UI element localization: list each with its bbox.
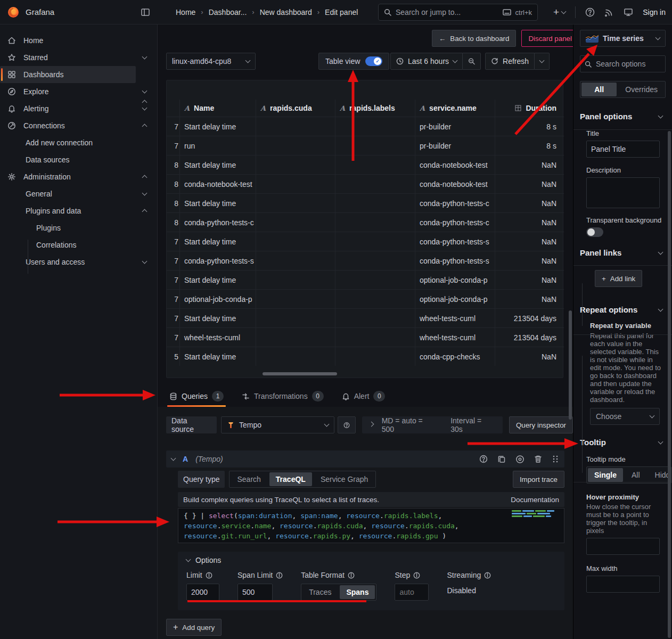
tab-transformations[interactable]: Transformations 0 (242, 391, 324, 407)
query-type-traceql[interactable]: TraceQL (269, 472, 312, 486)
traceql-code-editor[interactable]: { } | select(span:duration, span:name, r… (178, 508, 564, 543)
datasource-help-button[interactable] (338, 416, 356, 433)
table-row[interactable]: 7optional-job-conda-poptional-job-conda-… (167, 289, 564, 308)
refresh-interval-caret[interactable] (535, 53, 550, 70)
limit-input[interactable] (186, 584, 219, 601)
max-width-input[interactable] (586, 576, 660, 593)
column-header-rapids-cuda[interactable]: Arapids.cuda (256, 100, 335, 117)
tooltip-mode-single[interactable]: Single (588, 468, 623, 482)
sidebar-item-alerting[interactable]: Alerting (0, 100, 151, 117)
refresh-button[interactable]: Refresh (485, 53, 535, 70)
section-panel-links[interactable]: Panel links (573, 248, 672, 257)
scope-all[interactable]: All (581, 83, 617, 96)
help-icon[interactable] (585, 7, 595, 17)
global-search-input[interactable]: Search or jump to... ctrl+k (378, 4, 538, 21)
query-inspector-button[interactable]: Query inspector (509, 416, 573, 433)
step-input[interactable] (395, 584, 429, 601)
add-link-button[interactable]: + Add link (595, 270, 642, 287)
hover-proximity-input[interactable] (586, 538, 660, 555)
table-row[interactable]: 7Start delay timeconda-python-tests-sNaN (167, 232, 564, 251)
search-options-input[interactable]: Search options (580, 55, 666, 72)
query-type-search[interactable]: Search (231, 472, 267, 486)
section-repeat-options[interactable]: Repeat options (573, 305, 672, 314)
sidebar-item-general[interactable]: General (0, 185, 151, 202)
sidebar-item-explore[interactable]: Explore (0, 83, 151, 100)
sidebar-item-administration[interactable]: Administration (0, 168, 151, 185)
collapse-query-icon[interactable] (171, 456, 176, 461)
sidebar-item-starred[interactable]: Starred (0, 49, 151, 66)
tab-alert[interactable]: Alert 0 (342, 391, 386, 407)
sidebar-item-users-and-access[interactable]: Users and access (0, 253, 151, 271)
table-view-toggle[interactable]: ✓ (365, 56, 382, 66)
add-menu-button[interactable]: + (553, 6, 566, 18)
drag-handle-icon[interactable] (552, 455, 559, 463)
scope-overrides[interactable]: Overrides (619, 83, 664, 96)
query-help-icon[interactable] (479, 455, 488, 463)
cell-name: optional-job-conda-p (180, 290, 256, 308)
disable-query-eye-icon[interactable] (515, 455, 525, 464)
discard-panel-button[interactable]: Discard panel (521, 30, 579, 47)
time-range-picker[interactable]: Last 6 hours (390, 53, 463, 70)
table-row[interactable]: 8Start delay timeconda-notebook-testNaN (167, 155, 564, 174)
options-collapse-header[interactable]: Options (186, 556, 564, 564)
repeat-variable-select[interactable]: Choose (590, 408, 660, 425)
options-pane-scrollbar[interactable] (668, 131, 671, 638)
news-rss-icon[interactable] (604, 7, 614, 17)
table-row[interactable]: 7Start delay timepr-builder8 s (167, 117, 564, 136)
table-row[interactable]: 8conda-python-tests-cconda-python-tests-… (167, 212, 564, 232)
sidebar-item-plugins[interactable]: Plugins (0, 219, 151, 236)
sidebar-item-home[interactable]: Home (0, 32, 151, 49)
span-limit-input[interactable] (237, 584, 273, 601)
breadcrumb-new-dashboard[interactable]: New dashboard (260, 8, 312, 17)
back-to-dashboard-button[interactable]: ← Back to dashboard (432, 30, 516, 47)
panel-title-input[interactable] (586, 141, 660, 158)
sidebar-item-data-sources[interactable]: Data sources (0, 151, 151, 168)
sidebar-item-connections[interactable]: Connections (0, 117, 151, 134)
sidebar-item-dashboards[interactable]: Dashboards (0, 66, 136, 83)
panel-description-textarea[interactable] (586, 177, 660, 208)
delete-query-trash-icon[interactable] (534, 455, 542, 463)
tab-queries[interactable]: Queries 1 (169, 391, 224, 407)
chevron-right-icon[interactable] (368, 422, 374, 427)
visualization-picker[interactable]: Time series (580, 30, 666, 47)
table-horizontal-scrollbar[interactable] (263, 372, 337, 375)
section-tooltip[interactable]: Tooltip (573, 438, 672, 447)
breadcrumb-separator: › (252, 8, 254, 16)
add-query-button[interactable]: + Add query (166, 619, 222, 636)
table-row[interactable]: 8conda-notebook-testconda-notebook-testN… (167, 174, 564, 193)
monitor-icon[interactable] (624, 7, 633, 17)
transparent-background-toggle[interactable] (586, 227, 603, 237)
table-row[interactable]: 7Start delay timeoptional-job-conda-pNaN (167, 270, 564, 289)
duplicate-query-icon[interactable] (497, 455, 506, 463)
table-row[interactable]: 7wheel-tests-cumlwheel-tests-cuml213504 … (167, 327, 564, 347)
sidebar-item-plugins-and-data[interactable]: Plugins and data (0, 202, 151, 219)
import-trace-button[interactable]: Import trace (513, 471, 564, 488)
sidebar-item-add-new-connection[interactable]: Add new connection (0, 134, 151, 151)
sidebar-item-correlations[interactable]: Correlations (0, 236, 151, 253)
editor-scrollbar[interactable] (569, 310, 572, 420)
column-header-service-name[interactable]: Aservice.name (415, 100, 495, 117)
table-format-spans[interactable]: Spans (340, 585, 375, 599)
breadcrumb-dashboards[interactable]: Dashboar... (209, 8, 247, 17)
tooltip-mode-all[interactable]: All (625, 468, 646, 482)
table-row[interactable]: 7runpr-builder8 s (167, 136, 564, 155)
query-type-service-graph[interactable]: Service Graph (314, 472, 374, 486)
zoom-out-time-button[interactable] (463, 53, 481, 70)
table-row[interactable]: 8Start delay timeconda-python-tests-cNaN (167, 193, 564, 212)
datasource-picker[interactable]: Tempo (221, 416, 334, 433)
section-panel-options[interactable]: Panel options (573, 112, 672, 121)
table-row[interactable]: 7Start delay timewheel-tests-cuml213504 … (167, 308, 564, 327)
dock-sidebar-icon[interactable] (141, 7, 150, 17)
column-header-rapids-labels[interactable]: Arapids.labels (335, 100, 415, 117)
documentation-link[interactable]: Documentation (511, 496, 559, 504)
sign-in-link[interactable]: Sign in (643, 8, 666, 17)
breadcrumb-home[interactable]: Home (176, 8, 195, 17)
table-row[interactable]: 7conda-python-tests-sconda-python-tests-… (167, 251, 564, 270)
query-row-header[interactable]: A (Tempo) (166, 450, 564, 468)
table-format-traces[interactable]: Traces (302, 585, 338, 599)
column-header-duration[interactable]: Duration (495, 100, 564, 117)
panel-variable-select[interactable]: linux-amd64-cpu8 (166, 53, 256, 70)
search-options-placeholder: Search options (596, 60, 645, 68)
column-header-name[interactable]: AName (180, 100, 256, 117)
table-row[interactable]: 5Start delay timeconda-cpp-checksNaN (167, 347, 564, 366)
